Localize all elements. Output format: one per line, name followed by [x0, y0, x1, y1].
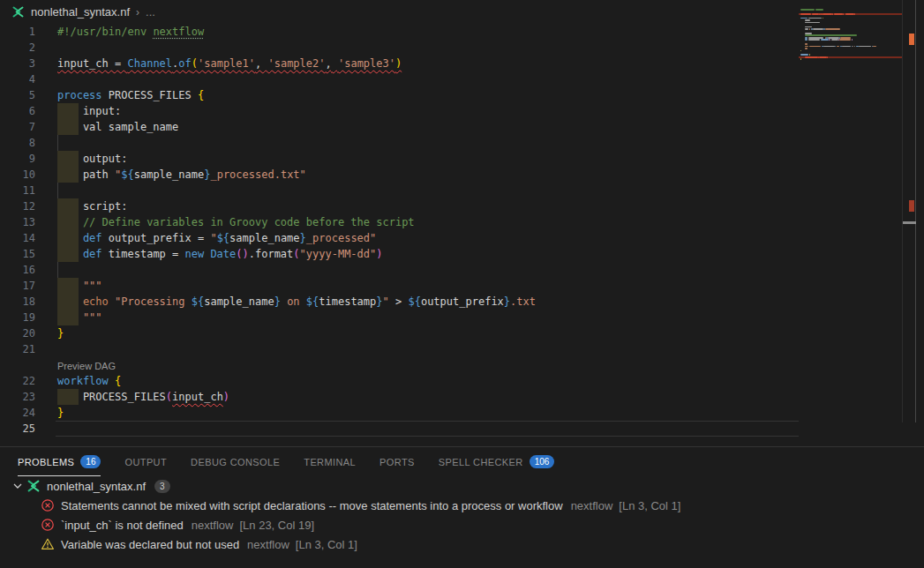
- line-number[interactable]: 1: [0, 24, 35, 40]
- problem-position: [Ln 3, Col 1]: [619, 499, 680, 512]
- error-icon: [41, 518, 55, 532]
- line-number[interactable]: 21: [0, 341, 35, 357]
- codelens-preview-dag[interactable]: Preview DAG: [57, 358, 116, 374]
- line-number[interactable]: 7: [0, 119, 35, 135]
- minimap-line: [854, 46, 855, 48]
- minimap-line: [805, 33, 812, 34]
- code-line[interactable]: 24}: [0, 405, 924, 421]
- line-number[interactable]: 12: [0, 198, 35, 214]
- vscode-window: nonlethal_syntax.nf › ... 1#!/usr/bin/en…: [0, 0, 924, 568]
- minimap-line: [813, 28, 824, 30]
- problem-source: nextflow: [571, 499, 613, 512]
- line-number[interactable]: 14: [0, 230, 35, 246]
- code-line[interactable]: 16: [0, 262, 924, 278]
- code-line[interactable]: 1#!/usr/bin/env nextflow: [0, 24, 924, 40]
- code-token: Channel: [127, 57, 172, 70]
- line-number[interactable]: 24: [0, 405, 35, 421]
- code-line[interactable]: 5process PROCESS_FILES {: [0, 87, 924, 103]
- code-line[interactable]: 20}: [0, 325, 924, 341]
- line-number[interactable]: 19: [0, 310, 35, 325]
- line-number[interactable]: 25: [0, 421, 35, 437]
- line-number[interactable]: 16: [0, 262, 35, 278]
- code-line[interactable]: 25: [0, 421, 924, 437]
- editor-pane[interactable]: 1#!/usr/bin/env nextflow23input_ch = Cha…: [0, 24, 924, 446]
- line-number[interactable]: 5: [0, 87, 35, 103]
- minimap-line: [808, 39, 820, 41]
- code-token: ${: [306, 295, 319, 308]
- panel-tab-problems[interactable]: PROBLEMS16: [18, 447, 101, 476]
- line-number[interactable]: 18: [0, 294, 35, 310]
- code-line[interactable]: 10 path "${sample_name}_processed.txt": [0, 167, 924, 183]
- code-line[interactable]: 3input_ch = Channel.of('sample1', 'sampl…: [0, 56, 924, 71]
- line-number[interactable]: 9: [0, 151, 35, 167]
- line-number[interactable]: 2: [0, 40, 35, 56]
- minimap-line: [837, 46, 838, 48]
- code-line[interactable]: 22workflow {: [0, 373, 924, 389]
- codelens-row[interactable]: Preview DAG: [0, 357, 924, 373]
- code-line[interactable]: 11: [0, 183, 924, 198]
- code-line[interactable]: 7 val sample_name: [0, 119, 924, 135]
- minimap[interactable]: [799, 9, 902, 65]
- line-number[interactable]: 17: [0, 278, 35, 294]
- panel-tab-ports[interactable]: PORTS: [379, 447, 415, 476]
- problem-source: nextflow: [247, 538, 289, 551]
- minimap-line: [827, 56, 828, 58]
- code-line[interactable]: 17 """: [0, 278, 924, 294]
- overview-ruler[interactable]: [902, 0, 924, 422]
- breadcrumb-file[interactable]: nonlethal_syntax.nf: [31, 5, 130, 19]
- code-line[interactable]: 12 script:: [0, 198, 924, 214]
- code-line[interactable]: 4: [0, 71, 924, 87]
- code-line[interactable]: 19 """: [0, 310, 924, 325]
- line-number[interactable]: 3: [0, 56, 35, 71]
- line-content: output:: [56, 151, 799, 167]
- code-line[interactable]: 8: [0, 135, 924, 151]
- problem-row-warning[interactable]: Variable was declared but not usednextfl…: [0, 534, 924, 554]
- code-token: _processed": [306, 232, 376, 244]
- code-token: sample_name: [134, 168, 204, 181]
- line-number[interactable]: 20: [0, 325, 35, 341]
- line-number[interactable]: 15: [0, 246, 35, 262]
- line-content: [56, 135, 799, 151]
- code-line[interactable]: 2: [0, 40, 924, 56]
- code-line[interactable]: 23 PROCESS_FILES(input_ch): [0, 389, 924, 405]
- code-token: }: [300, 232, 306, 244]
- line-number[interactable]: 23: [0, 389, 35, 405]
- code-line[interactable]: 15 def timestamp = new Date().format("yy…: [0, 246, 924, 262]
- problems-file-group[interactable]: nonlethal_syntax.nf 3: [0, 476, 924, 496]
- minimap-line: [821, 39, 829, 41]
- line-number[interactable]: 22: [0, 373, 35, 389]
- code-token: def: [57, 248, 102, 260]
- line-number[interactable]: 11: [0, 183, 35, 198]
- panel-tab-output[interactable]: OUTPUT: [124, 447, 167, 476]
- line-content: val sample_name: [56, 119, 799, 135]
- code-token: _processed.txt": [210, 168, 305, 181]
- line-number[interactable]: 10: [0, 167, 35, 183]
- minimap-line: [831, 39, 838, 41]
- code-line[interactable]: 21: [0, 341, 924, 357]
- line-number[interactable]: 8: [0, 135, 35, 151]
- code-line[interactable]: 14 def output_prefix = "${sample_name}_p…: [0, 230, 924, 246]
- panel-tab-badge: 16: [80, 455, 101, 468]
- code-line[interactable]: 13 // Define variables in Groovy code be…: [0, 214, 924, 230]
- panel-tab-terminal[interactable]: TERMINAL: [304, 447, 356, 476]
- code-token: input_ch =: [57, 57, 127, 70]
- panel-tab-spell-checker[interactable]: SPELL CHECKER106: [439, 447, 555, 476]
- chevron-down-icon[interactable]: [11, 479, 25, 493]
- code-line[interactable]: 18 echo "Processing ${sample_name} on ${…: [0, 294, 924, 310]
- line-content: input_ch = Channel.of('sample1', 'sample…: [56, 56, 799, 71]
- line-number[interactable]: 4: [0, 71, 35, 87]
- line-content: [56, 341, 799, 357]
- code-line[interactable]: 6 input:: [0, 103, 924, 119]
- code-text: """: [57, 310, 102, 325]
- problem-row-error[interactable]: Statements cannot be mixed with script d…: [0, 496, 924, 515]
- breadcrumb-ellipsis[interactable]: ...: [146, 5, 155, 19]
- code-token: sample_name: [229, 232, 299, 244]
- code-line[interactable]: 9 output:: [0, 151, 924, 167]
- line-number[interactable]: 6: [0, 103, 35, 119]
- code-token: (): [236, 248, 248, 260]
- line-number[interactable]: 13: [0, 214, 35, 230]
- problem-row-error[interactable]: `input_ch` is not definednextflow[Ln 23,…: [0, 515, 924, 534]
- code-token: 'sample2': [267, 57, 325, 70]
- panel-tab-debug-console[interactable]: DEBUG CONSOLE: [191, 447, 280, 476]
- code-token: >: [389, 295, 409, 308]
